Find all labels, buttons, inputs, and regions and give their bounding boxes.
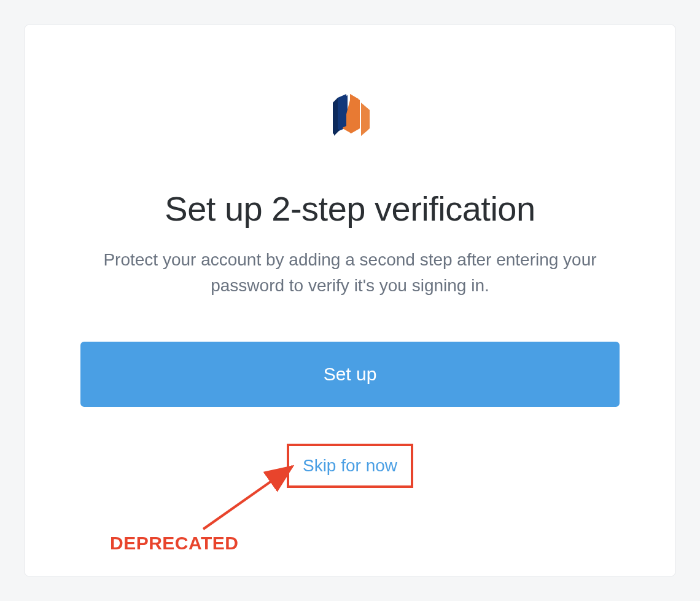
skip-button[interactable]: Skip for now (287, 444, 413, 488)
svg-marker-10 (361, 103, 370, 136)
deprecated-annotation: DEPRECATED (110, 533, 238, 554)
brand-logo-icon (327, 93, 373, 152)
svg-marker-8 (333, 98, 338, 135)
page-title: Set up 2-step verification (80, 189, 620, 229)
setup-card: Set up 2-step verification Protect your … (25, 25, 675, 576)
svg-line-14 (203, 466, 292, 529)
svg-marker-7 (338, 94, 346, 130)
svg-marker-9 (350, 94, 360, 133)
page-subtitle: Protect your account by adding a second … (80, 247, 620, 299)
annotation-label: DEPRECATED (110, 533, 238, 554)
setup-button[interactable]: Set up (80, 342, 620, 407)
skip-container: Skip for now (287, 444, 413, 488)
